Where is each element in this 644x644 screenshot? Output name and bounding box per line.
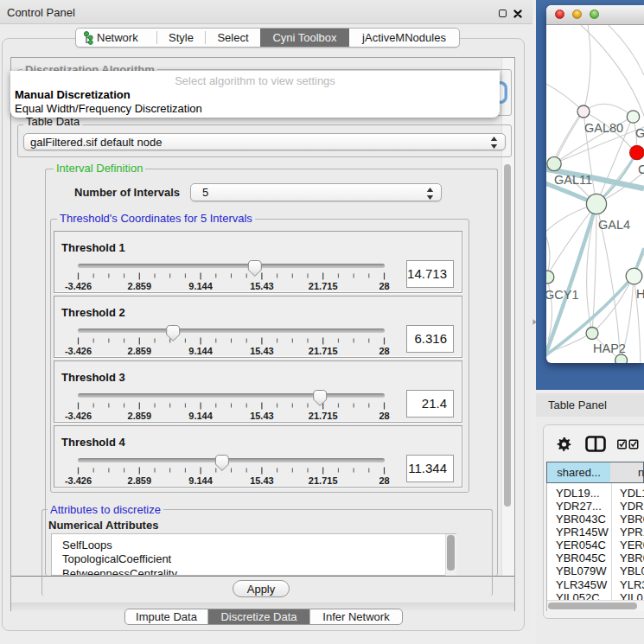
svg-text:28: 28 (379, 346, 389, 356)
svg-text:H: H (636, 287, 644, 301)
svg-text:9.144: 9.144 (188, 281, 213, 291)
svg-text:21.715: 21.715 (309, 475, 338, 486)
svg-text:GAL4: GAL4 (598, 218, 630, 232)
svg-text:9.144: 9.144 (188, 475, 213, 486)
svg-text:-3.426: -3.426 (65, 475, 92, 486)
svg-text:-3.426: -3.426 (65, 281, 92, 291)
svg-text:21.715: 21.715 (309, 411, 338, 421)
svg-text:2.859: 2.859 (128, 346, 152, 356)
svg-text:21.715: 21.715 (309, 281, 338, 291)
svg-text:GAL11: GAL11 (554, 173, 592, 187)
svg-text:9.144: 9.144 (188, 411, 213, 421)
svg-text:GAL80: GAL80 (584, 121, 623, 135)
svg-text:2.859: 2.859 (128, 475, 152, 486)
svg-text:HAP2: HAP2 (593, 341, 626, 355)
svg-text:28: 28 (379, 281, 389, 291)
svg-text:15.43: 15.43 (250, 346, 274, 356)
svg-text:G: G (635, 126, 644, 140)
svg-text:15.43: 15.43 (250, 475, 274, 486)
svg-text:21.715: 21.715 (309, 346, 338, 356)
svg-text:2.859: 2.859 (128, 411, 152, 421)
svg-text:C: C (638, 163, 644, 176)
svg-text:15.43: 15.43 (250, 411, 274, 421)
svg-text:-3.426: -3.426 (65, 411, 92, 421)
svg-text:GCY1: GCY1 (546, 288, 579, 302)
svg-text:28: 28 (379, 475, 389, 486)
svg-text:2.859: 2.859 (128, 281, 152, 291)
svg-text:9.144: 9.144 (188, 346, 213, 356)
svg-text:-3.426: -3.426 (65, 346, 92, 356)
svg-text:15.43: 15.43 (250, 281, 274, 291)
svg-text:28: 28 (379, 411, 389, 421)
